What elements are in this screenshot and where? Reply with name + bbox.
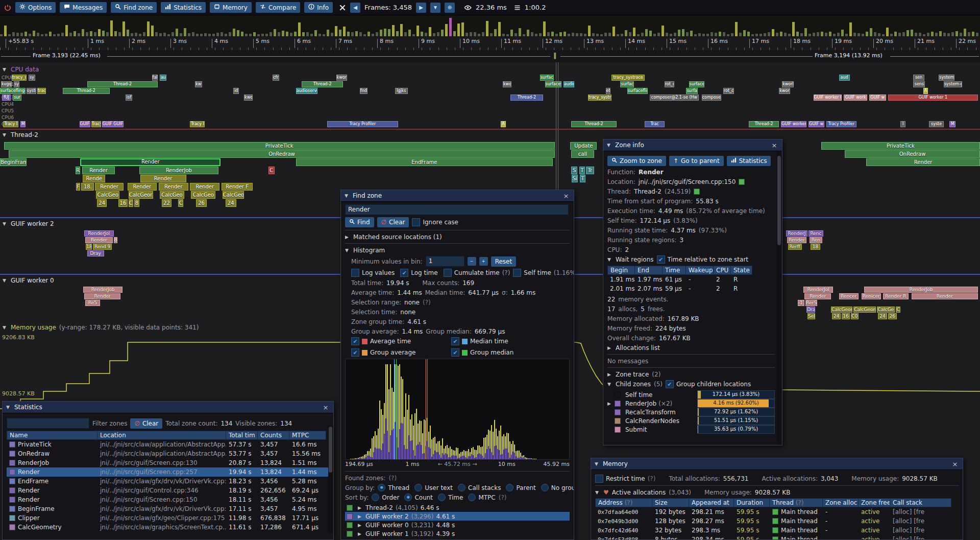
timeline-zone[interactable]: 24 <box>832 313 841 319</box>
timeline-zone[interactable]: CalcGeo <box>223 191 244 199</box>
close-icon[interactable]: × <box>951 460 959 468</box>
cpu-zone[interactable]: kwor <box>336 75 347 81</box>
cpu-zone[interactable]: rot_col <box>723 88 734 94</box>
column-location[interactable]: Location <box>97 431 226 440</box>
cpu-zone[interactable]: audio <box>564 81 574 87</box>
sort-by-radio[interactable]: ●Count <box>404 494 433 501</box>
prev-frame-button[interactable]: ◀ <box>350 3 360 13</box>
statistics-row[interactable]: Render jni/../jni/src/guif/Screen.cpp:15… <box>7 495 329 504</box>
cpu-zone[interactable]: rot_d <box>665 81 674 87</box>
cpu-zone[interactable]: kwot <box>503 81 511 87</box>
cpu-zone[interactable]: Thread-2 <box>510 95 543 101</box>
find-zone-button[interactable]: Find zone <box>111 2 157 13</box>
cpu-zone[interactable]: isf <box>126 95 132 101</box>
timeline-zone[interactable]: Sel <box>807 313 815 319</box>
window-collapse-icon[interactable]: ▼ <box>607 143 612 148</box>
tools-icon[interactable] <box>339 4 346 11</box>
statistics-row[interactable]: Render jni/../jni/src/guif/Control.cpp:3… <box>7 486 329 495</box>
cpu-zone[interactable]: composer@2.1-se (Hw <box>650 95 699 101</box>
time-relative-checkbox[interactable]: ✔Time relative to zone start <box>657 255 749 264</box>
cpu-zone[interactable]: surfacefli <box>689 81 705 87</box>
timeline-zone[interactable]: T <box>579 167 585 174</box>
zone-info-titlebar[interactable]: ▼ Zone info × <box>603 139 782 151</box>
timeline-zone[interactable]: Update <box>570 142 597 150</box>
timeline-zone[interactable]: OnRedraw <box>9 150 554 158</box>
filter-zones-input[interactable] <box>7 418 89 429</box>
decrease-bin-button[interactable]: − <box>468 257 476 266</box>
timeline-zone[interactable]: CalcGeor <box>129 191 153 199</box>
legend-checkbox[interactable]: ✔Median time <box>451 337 548 345</box>
cpu-zone[interactable]: kw <box>195 81 202 87</box>
goto-frame-button[interactable]: ⊕ <box>445 3 455 13</box>
timeline-zone[interactable]: Render <box>190 183 219 191</box>
timeline-zone[interactable]: RenderJob <box>864 287 978 293</box>
timeline-zone[interactable]: 18. <box>81 183 94 191</box>
timeline-zone[interactable]: Renc <box>808 230 823 237</box>
timeline-zone[interactable]: BeginFrame <box>0 158 27 166</box>
child-zone-row[interactable]: RecalcTransform 72.92 μs (1.62%) <box>607 408 775 416</box>
timeline-zone[interactable]: R <box>76 167 81 174</box>
timeline-zone[interactable]: Rend 9 <box>93 244 111 250</box>
thread-indicator-square[interactable] <box>694 189 700 195</box>
timeline-zone[interactable]: Render <box>804 293 831 299</box>
histogram-option-checkbox[interactable]: Cumulate time(?) <box>444 269 510 277</box>
cpu-zone[interactable]: Tracy Profiler <box>826 121 857 127</box>
histogram-plot[interactable] <box>345 359 570 460</box>
column-name[interactable]: Name <box>7 431 97 440</box>
cpu-zone[interactable]: lgjks <box>395 88 408 94</box>
histogram-toggle[interactable]: ▼ Histogram <box>345 246 570 254</box>
cpu-zone[interactable]: GUIF work <box>844 95 867 101</box>
histogram-option-checkbox[interactable]: ✔Log time <box>400 269 440 277</box>
child-zone-row[interactable]: Submit 35.63 μs (0.79%) <box>607 425 775 434</box>
cpu-zone[interactable]: A <box>923 88 928 94</box>
cpu-zone[interactable]: Tracy Profiler <box>327 121 398 127</box>
timeline-zone[interactable]: OnRedraw <box>845 150 980 158</box>
sort-by-radio[interactable]: Order <box>372 494 399 501</box>
timeline-zone[interactable]: 22 <box>162 199 172 207</box>
timeline-zone[interactable]: Render <box>82 167 114 174</box>
child-zone-row[interactable]: CalcRenderNodes 51.51 μs (1.15%) <box>607 416 775 425</box>
timeline-zone[interactable]: C <box>129 199 134 207</box>
active-allocations-toggle[interactable]: ▼ ♥ Active allocations (3,043) Memory us… <box>595 488 959 496</box>
column-total-time[interactable]: Total tim <box>226 431 258 440</box>
worker0-header[interactable]: ▼ GUIF worker 0 <box>0 276 54 285</box>
timeline-zone[interactable]: 8 <box>134 199 139 207</box>
cpu-zone[interactable]: surfacefl <box>540 75 554 81</box>
timeline-zone[interactable]: Render R <box>883 293 909 299</box>
cpu-zone[interactable]: surfaceflinger <box>0 88 26 94</box>
options-button[interactable]: Options <box>15 2 56 13</box>
timeline-zone[interactable]: Render <box>85 237 113 243</box>
wait-region-row[interactable]: 2.01 ms 2.07 ms 59 μs - 2 R <box>607 284 775 293</box>
cpu-zone[interactable]: surfac <box>620 81 634 87</box>
statistics-row[interactable]: RenderJob jni/../jni/src/guif/Screen.cpp… <box>7 458 329 467</box>
memory-button[interactable]: Memory <box>210 2 252 13</box>
cpu-zone[interactable]: Tracy I <box>190 121 205 127</box>
cpu-zone[interactable]: kworke <box>782 81 794 87</box>
help-icon[interactable]: (?) <box>388 475 397 482</box>
location-value[interactable]: jni/../jni/src/guif/Screen.cpp:150 <box>639 178 736 185</box>
find-button[interactable]: Find <box>345 217 374 227</box>
cpu-zone[interactable]: GUIF <box>80 121 90 127</box>
cpu-zone[interactable]: et <box>606 88 611 94</box>
cpu-zone[interactable]: au <box>160 75 166 81</box>
cpu-zone[interactable]: syste <box>27 88 36 94</box>
frame-select-button[interactable]: ▼ <box>430 3 440 13</box>
column-counts[interactable]: Counts <box>258 431 289 440</box>
cpu-zone[interactable]: composer@ <box>702 95 721 101</box>
zoom-to-zone-button[interactable]: Zoom to zone <box>607 156 666 166</box>
cpu-zone[interactable]: kworke <box>779 88 790 94</box>
window-collapse-icon[interactable]: ▼ <box>595 461 600 466</box>
timeline-zone[interactable]: Render <box>787 237 806 243</box>
zone-trace-toggle[interactable]: ▶Zone trace(2) <box>607 370 775 378</box>
statistics-titlebar[interactable]: ▼ Statistics × <box>3 402 333 413</box>
timeline-zone[interactable]: 18 <box>811 244 820 250</box>
window-collapse-icon[interactable]: ▼ <box>345 193 350 198</box>
timeline-zone[interactable]: RerS <box>805 300 817 306</box>
scrollbar-thumb[interactable] <box>777 156 781 245</box>
timeline-zone[interactable]: 24 <box>97 199 107 207</box>
statistics-row[interactable]: CalcGeometry jni/../jni/src/claw/graphic… <box>7 523 329 532</box>
min-bin-input[interactable] <box>426 256 464 267</box>
timeline-zone[interactable]: RenderJob <box>139 167 219 174</box>
timeline-zone[interactable]: Render <box>159 183 188 191</box>
cpu-zone[interactable]: Tracy <box>91 121 101 127</box>
